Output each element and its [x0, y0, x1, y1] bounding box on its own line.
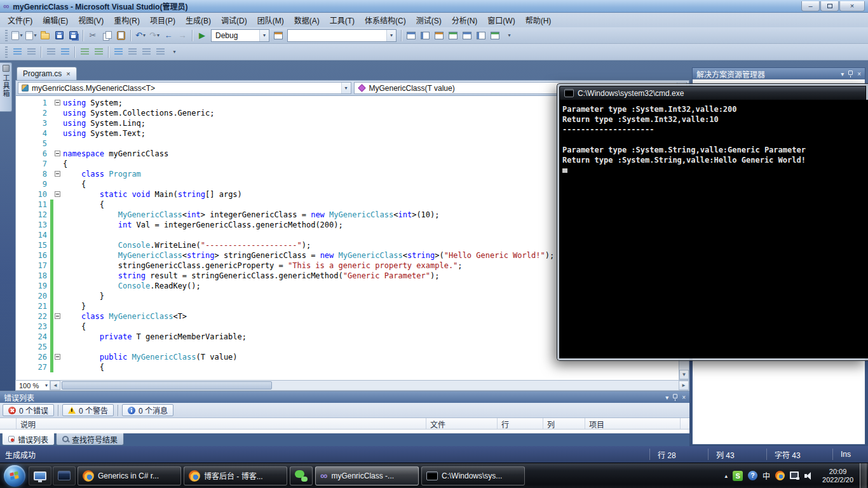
firefox-tray-icon[interactable]: [775, 471, 785, 480]
cmd-window[interactable]: C:\Windows\system32\cmd.exe Parameter ty…: [557, 83, 868, 361]
types-dropdown[interactable]: myGenricClass.MyGenericClass<T> ▾: [18, 82, 351, 94]
column-line[interactable]: 行: [498, 418, 543, 429]
add-item-button[interactable]: ▾: [24, 29, 38, 43]
tab-error-list[interactable]: 错误列表: [2, 433, 55, 445]
taskbar-clock[interactable]: 20:09 2022/2/20: [817, 468, 858, 484]
menu-item[interactable]: 项目(P): [145, 13, 180, 27]
help-tray-icon[interactable]: ?: [748, 471, 757, 480]
zoom-dropdown[interactable]: 100 % ▾: [16, 381, 50, 390]
redo-button[interactable]: ↷▾: [147, 29, 161, 43]
cmd-titlebar[interactable]: C:\Windows\system32\cmd.exe: [559, 86, 866, 100]
tray-expand-icon[interactable]: ▴: [725, 473, 728, 479]
menu-item[interactable]: 体系结构(C): [360, 13, 411, 27]
tab-find-symbol-results[interactable]: 查找符号结果: [56, 433, 124, 445]
window-position-icon[interactable]: ▾: [665, 394, 668, 401]
next-bookmark-button[interactable]: [139, 45, 153, 59]
solution-explorer-titlebar[interactable]: 解决方案资源管理器 ▾ ×: [693, 68, 865, 79]
menu-item[interactable]: 编辑(E): [37, 13, 73, 27]
scroll-left-icon[interactable]: ◄: [50, 381, 60, 390]
sogou-tray-icon[interactable]: S: [733, 471, 743, 481]
taskbar-button-firefox-1[interactable]: Generics in C# r...: [78, 466, 181, 485]
copy-button[interactable]: [100, 29, 114, 43]
previous-bookmark-button[interactable]: [125, 45, 139, 59]
network-tray-icon[interactable]: [790, 471, 799, 480]
uncomment-button[interactable]: [92, 45, 105, 59]
toolbar-overflow-button[interactable]: ▾: [502, 29, 516, 43]
titlebar[interactable]: ∞ myGenricClass - Microsoft Visual Studi…: [0, 0, 868, 13]
show-desktop-button[interactable]: [860, 463, 867, 488]
attach-process-button[interactable]: [271, 29, 285, 43]
navigate-forward-button[interactable]: →: [175, 29, 189, 43]
code-line[interactable]: 27 {: [16, 362, 679, 372]
volume-tray-icon[interactable]: [804, 472, 813, 480]
undo-button[interactable]: ↶▾: [133, 29, 147, 43]
new-project-button[interactable]: ▾: [10, 29, 24, 43]
fold-toggle[interactable]: [55, 100, 60, 105]
debug-configuration-combo[interactable]: Debug ▾: [211, 29, 269, 42]
messages-filter-button[interactable]: 0 个消息: [122, 404, 173, 416]
quick-launch-app-button[interactable]: [53, 466, 76, 485]
error-list-button[interactable]: [474, 29, 488, 43]
column-column[interactable]: 列: [543, 418, 585, 429]
solution-explorer-button[interactable]: [418, 29, 432, 43]
navigate-back-button[interactable]: ←: [161, 29, 175, 43]
ime-indicator[interactable]: 中: [763, 470, 770, 481]
scroll-right-icon[interactable]: ►: [679, 381, 689, 390]
close-icon[interactable]: ×: [682, 394, 686, 401]
tab-program-cs[interactable]: Program.cs ×: [17, 67, 77, 80]
find-in-files-button[interactable]: [404, 29, 418, 43]
taskbar-button-visual-studio[interactable]: ∞ myGenricClass -...: [315, 466, 419, 485]
horizontal-scroll-track[interactable]: [60, 381, 679, 390]
object-browser-button[interactable]: [446, 29, 460, 43]
toolbar-grip[interactable]: [5, 46, 8, 58]
fold-toggle[interactable]: [55, 151, 60, 156]
restore-button[interactable]: [820, 1, 839, 11]
properties-window-button[interactable]: [432, 29, 446, 43]
horizontal-scroll-thumb[interactable]: [62, 381, 272, 390]
open-file-button[interactable]: [38, 29, 52, 43]
column-file[interactable]: 文件: [426, 418, 498, 429]
menu-item[interactable]: 帮助(H): [520, 13, 557, 27]
close-icon[interactable]: ×: [857, 71, 861, 78]
menu-item[interactable]: 重构(R): [109, 13, 145, 27]
editor-horizontal-scrollbar[interactable]: ◄ ►: [50, 381, 689, 390]
menu-item[interactable]: 工具(T): [325, 13, 360, 27]
start-button[interactable]: [4, 465, 25, 487]
scroll-down-icon[interactable]: ▼: [679, 370, 689, 379]
line-numbers-button[interactable]: [24, 45, 38, 59]
minimize-button[interactable]: –: [801, 1, 820, 11]
menu-item[interactable]: 生成(B): [180, 13, 216, 27]
menu-item[interactable]: 窗口(W): [482, 13, 520, 27]
extension-manager-button[interactable]: [488, 29, 502, 43]
menu-item[interactable]: 分析(N): [447, 13, 483, 27]
toolbar-overflow-button[interactable]: ▾: [167, 45, 181, 59]
errors-filter-button[interactable]: 0 个错误: [3, 404, 54, 416]
indent-increase-button[interactable]: [58, 45, 72, 59]
save-button[interactable]: [52, 29, 66, 43]
indent-decrease-button[interactable]: [44, 45, 58, 59]
menu-item[interactable]: 测试(S): [411, 13, 447, 27]
error-list-titlebar[interactable]: 错误列表 ▾ ×: [0, 391, 689, 403]
close-button[interactable]: ×: [839, 1, 865, 11]
menu-item[interactable]: 调试(D): [216, 13, 252, 27]
taskbar-button-firefox-2[interactable]: 博客后台 - 博客...: [184, 466, 287, 485]
dropdown-arrow-icon[interactable]: ▾: [341, 83, 351, 93]
taskbar-button-cmd[interactable]: C:\Windows\sys...: [421, 466, 525, 485]
taskbar-button-wechat[interactable]: [290, 466, 313, 485]
word-wrap-button[interactable]: [10, 45, 24, 59]
pin-icon[interactable]: [673, 394, 677, 401]
clear-bookmarks-button[interactable]: [153, 45, 167, 59]
fold-toggle[interactable]: [55, 191, 60, 197]
fold-toggle[interactable]: [55, 354, 60, 360]
quick-launch-computer-button[interactable]: [29, 466, 51, 485]
pin-icon[interactable]: [848, 71, 853, 78]
comment-button[interactable]: [78, 45, 92, 59]
console-output[interactable]: Parameter type :System.Int32,valle:200Re…: [559, 100, 868, 358]
toolbox-button[interactable]: [460, 29, 474, 43]
fold-toggle[interactable]: [55, 171, 60, 177]
toolbar-grip[interactable]: [5, 30, 8, 41]
cut-button[interactable]: ✂: [86, 29, 100, 43]
start-debug-button[interactable]: ▶: [195, 29, 209, 43]
toggle-bookmark-button[interactable]: [111, 45, 125, 59]
column-project[interactable]: 项目: [585, 418, 681, 429]
